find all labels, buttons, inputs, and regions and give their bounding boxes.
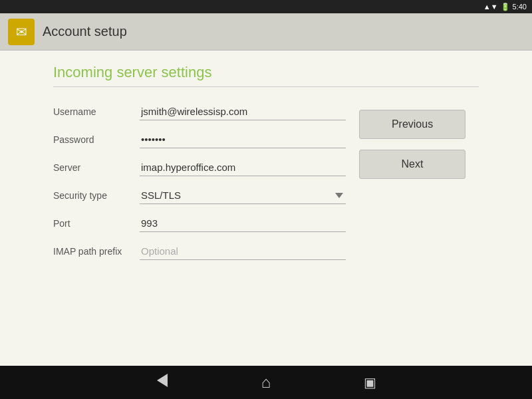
next-button[interactable]: Next: [359, 150, 466, 179]
password-label: Password: [53, 134, 140, 145]
port-input[interactable]: [140, 215, 346, 232]
password-row: Password: [53, 131, 346, 148]
recents-icon: ▣: [364, 374, 376, 390]
form-area: Username Password Server Security type N…: [53, 103, 479, 271]
fields-column: Username Password Server Security type N…: [53, 103, 346, 271]
server-row: Server: [53, 159, 346, 176]
app-icon: ✉: [8, 19, 35, 45]
password-input[interactable]: [140, 131, 346, 148]
imap-path-prefix-label: IMAP path prefix: [53, 246, 140, 257]
username-input[interactable]: [140, 103, 346, 120]
port-label: Port: [53, 218, 140, 229]
email-icon: ✉: [16, 24, 27, 40]
security-type-row: Security type None SSL/TLS STARTTLS: [53, 187, 346, 204]
recents-nav-button[interactable]: ▣: [358, 370, 382, 394]
section-divider: [53, 86, 479, 87]
main-content: Incoming server settings Username Passwo…: [0, 51, 532, 366]
nav-bar: ⌂ ▣: [0, 366, 532, 399]
imap-path-prefix-row: IMAP path prefix: [53, 243, 346, 260]
server-input[interactable]: [140, 159, 346, 176]
username-label: Username: [53, 106, 140, 117]
battery-icon: 🔋: [501, 3, 510, 11]
security-type-select[interactable]: None SSL/TLS STARTTLS: [140, 187, 346, 204]
security-type-label: Security type: [53, 190, 140, 201]
time-display: 5:40: [513, 3, 527, 11]
status-icons: ▲▼ 🔋 5:40: [483, 3, 527, 11]
buttons-column: Previous Next: [359, 103, 479, 271]
server-label: Server: [53, 162, 140, 173]
back-icon: [157, 374, 168, 391]
app-title: Account setup: [43, 24, 127, 39]
home-icon: ⌂: [261, 373, 271, 392]
home-nav-button[interactable]: ⌂: [254, 370, 278, 394]
app-bar: ✉ Account setup: [0, 13, 532, 51]
previous-button[interactable]: Previous: [359, 110, 466, 139]
username-row: Username: [53, 103, 346, 120]
port-row: Port: [53, 215, 346, 232]
security-type-wrapper: None SSL/TLS STARTTLS: [140, 187, 346, 204]
signal-icon: ▲▼: [483, 3, 498, 11]
section-title: Incoming server settings: [53, 64, 479, 81]
back-nav-button[interactable]: [150, 370, 174, 394]
status-bar: ▲▼ 🔋 5:40: [0, 0, 532, 13]
imap-path-prefix-input[interactable]: [140, 243, 346, 260]
